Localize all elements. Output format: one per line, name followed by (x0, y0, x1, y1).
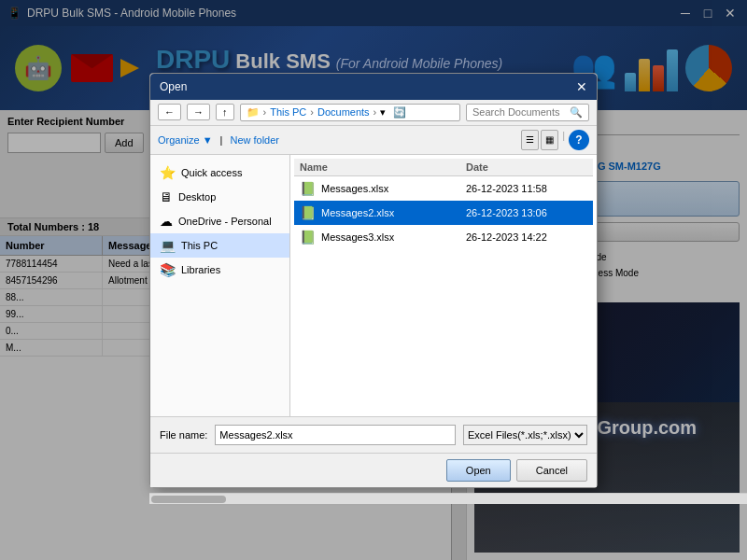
view-list-button[interactable]: ☰ (521, 130, 539, 150)
nav-back-button[interactable]: ← (158, 104, 181, 120)
excel-icon-0: 📗 (300, 181, 316, 196)
dialog-main: ⭐ Quick access 🖥 Desktop ☁ OneDrive - Pe… (150, 155, 597, 416)
nav-libraries[interactable]: 📚 Libraries (150, 258, 289, 282)
file-type-select[interactable]: Excel Files(*.xls;*.xlsx) (463, 425, 587, 445)
search-documents-input[interactable] (472, 106, 566, 118)
breadcrumb-refresh[interactable]: 🔄 (393, 106, 406, 119)
cloud-icon: ☁ (160, 214, 173, 229)
desktop-icon: 🖥 (160, 189, 173, 204)
file-name-input[interactable] (215, 425, 456, 445)
nav-quick-access[interactable]: ⭐ Quick access (150, 161, 289, 185)
file-name-2: Messages3.xlsx (321, 231, 466, 243)
file-date-2: 26-12-2023 14:22 (466, 231, 587, 243)
excel-icon-1: 📗 (300, 205, 316, 220)
nav-onedrive-label: OneDrive - Personal (178, 216, 272, 227)
file-date-0: 26-12-2023 11:58 (466, 183, 587, 194)
open-button[interactable]: Open (446, 459, 511, 482)
left-nav: ⭐ Quick access 🖥 Desktop ☁ OneDrive - Pe… (150, 155, 290, 416)
dialog-nav-toolbar: ← → ↑ 📁 › This PC › Documents › ▾ 🔄 🔍 (150, 100, 597, 126)
dialog-close-button[interactable]: ✕ (576, 79, 587, 94)
pc-icon: 💻 (160, 238, 176, 253)
organize-button[interactable]: Organize ▼ (158, 134, 213, 146)
breadcrumb-dropdown[interactable]: ▾ (380, 106, 386, 119)
nav-up-button[interactable]: ↑ (216, 104, 234, 120)
organize-toolbar: Organize ▼ | New folder ☰ ▦ | ? (150, 126, 597, 155)
file-name-header: Name (300, 161, 466, 173)
libraries-icon: 📚 (160, 262, 176, 277)
file-area: Name Date 📗 Messages.xlsx 26-12-2023 11:… (290, 155, 597, 416)
file-date-header: Date (466, 161, 587, 173)
breadcrumb-this-pc[interactable]: This PC (270, 106, 306, 118)
dialog-overlay: Open ✕ ← → ↑ 📁 › This PC › Documents › ▾… (0, 0, 747, 560)
open-dialog: Open ✕ ← → ↑ 📁 › This PC › Documents › ▾… (149, 73, 598, 488)
cancel-button[interactable]: Cancel (516, 459, 587, 482)
nav-quick-access-label: Quick access (181, 167, 242, 178)
dialog-bottom: File name: Excel Files(*.xls;*.xlsx) (150, 416, 597, 453)
view-details-button[interactable]: ▦ (541, 130, 558, 150)
star-icon: ⭐ (160, 165, 176, 180)
separator-1: | (220, 134, 223, 146)
dialog-actions: Open Cancel (150, 453, 597, 487)
breadcrumb-documents[interactable]: Documents (317, 106, 370, 118)
separator-2: | (562, 130, 565, 150)
nav-desktop[interactable]: 🖥 Desktop (150, 185, 289, 209)
help-button[interactable]: ? (569, 130, 589, 150)
file-row-2[interactable]: 📗 Messages3.xlsx 26-12-2023 14:22 (294, 225, 593, 249)
breadcrumb-bar: 📁 › This PC › Documents › ▾ 🔄 (240, 104, 461, 121)
nav-libraries-label: Libraries (181, 264, 220, 275)
file-row-1[interactable]: 📗 Messages2.xlsx 26-12-2023 13:06 (294, 201, 593, 225)
search-box: 🔍 (466, 104, 589, 121)
file-row-0[interactable]: 📗 Messages.xlsx 26-12-2023 11:58 (294, 176, 593, 201)
file-date-1: 26-12-2023 13:06 (466, 207, 587, 218)
nav-forward-button[interactable]: → (187, 104, 210, 120)
nav-desktop-label: Desktop (178, 191, 216, 203)
file-name-1: Messages2.xlsx (321, 207, 466, 218)
new-folder-button[interactable]: New folder (230, 134, 279, 146)
view-buttons: ☰ ▦ | ? (521, 130, 589, 150)
file-name-0: Messages.xlsx (321, 183, 466, 194)
nav-onedrive[interactable]: ☁ OneDrive - Personal (150, 209, 289, 233)
search-icon: 🔍 (570, 106, 583, 119)
file-header: Name Date (294, 159, 593, 176)
breadcrumb-icon: 📁 (247, 106, 260, 119)
nav-this-pc-label: This PC (181, 240, 218, 251)
excel-icon-2: 📗 (300, 230, 316, 245)
nav-this-pc[interactable]: 💻 This PC (150, 233, 289, 258)
dialog-title: Open (160, 80, 187, 93)
file-name-label: File name: (160, 429, 207, 441)
dialog-title-bar: Open ✕ (150, 74, 597, 100)
